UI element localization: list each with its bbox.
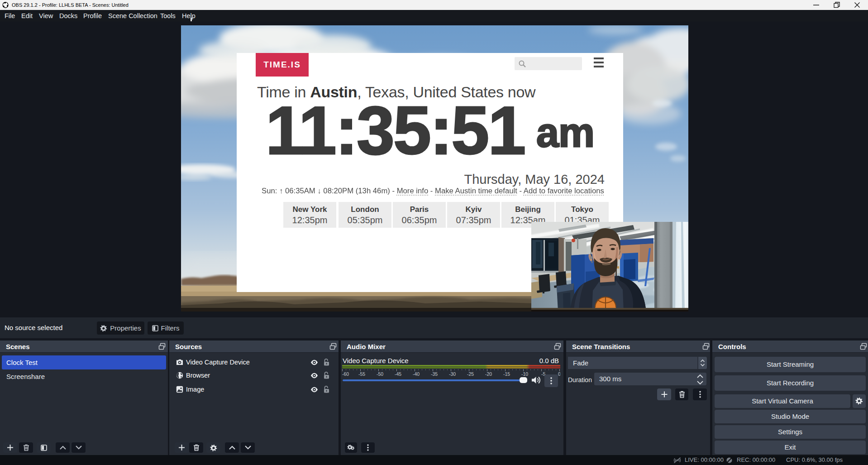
svg-text:-20: -20	[485, 371, 492, 377]
svg-text:-40: -40	[413, 371, 420, 377]
svg-text:-60: -60	[342, 371, 349, 377]
svg-text:-35: -35	[431, 371, 438, 377]
svg-text:0: 0	[558, 371, 560, 377]
svg-text:-25: -25	[467, 371, 474, 377]
svg-text:-45: -45	[395, 371, 401, 377]
svg-text:-15: -15	[503, 371, 510, 377]
svg-text:-30: -30	[449, 371, 456, 377]
svg-text:-10: -10	[521, 371, 528, 377]
svg-text:-55: -55	[358, 371, 365, 377]
svg-text:-50: -50	[377, 371, 383, 377]
